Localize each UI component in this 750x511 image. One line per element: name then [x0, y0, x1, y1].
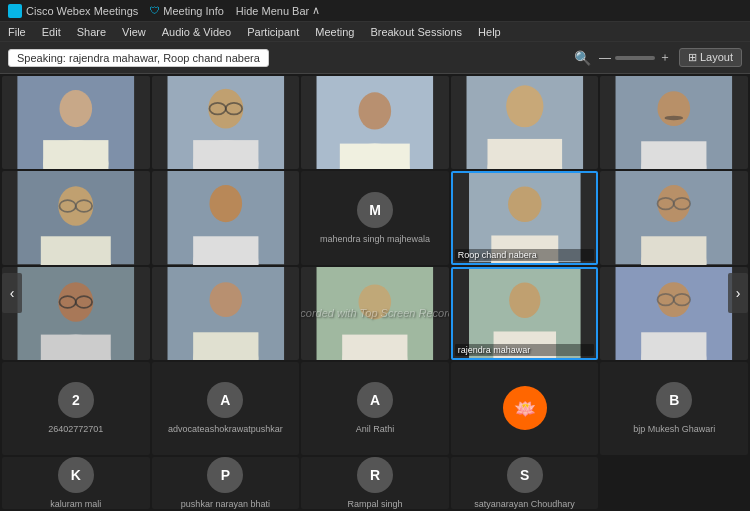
svg-rect-8 [193, 140, 258, 169]
menu-breakout[interactable]: Breakout Sessions [370, 26, 462, 38]
svg-point-16 [506, 85, 543, 127]
avatar-pushkar: P [207, 457, 243, 493]
label-pushkar: pushkar narayan bhati [177, 499, 274, 509]
video-cell-bjp-logo[interactable]: 🪷 [451, 362, 599, 455]
menu-edit[interactable]: Edit [42, 26, 61, 38]
avatar-26402: 2 [58, 382, 94, 418]
svg-point-12 [359, 92, 392, 129]
title-bar: Cisco Webex Meetings 🛡 Meeting Info Hide… [0, 0, 750, 22]
label-rampal: Rampal singh [343, 499, 406, 509]
svg-rect-58 [342, 334, 407, 360]
label-roop: Roop chand nabera [455, 249, 595, 261]
zoom-slider[interactable] [615, 56, 655, 60]
video-cell-10[interactable] [600, 171, 748, 264]
svg-point-20 [658, 91, 691, 126]
avatar-anil: A [357, 382, 393, 418]
search-button[interactable]: 🔍 [574, 50, 591, 66]
svg-rect-42 [642, 237, 707, 265]
video-cell-12[interactable] [152, 267, 300, 360]
video-cell-15[interactable] [600, 267, 748, 360]
avatar-advocate: A [207, 382, 243, 418]
label-satyanarayan: satyanarayan Choudhary [470, 499, 579, 509]
label-bjp-mukesh: bjp Mukesh Ghawari [629, 424, 719, 434]
speaking-name: rajendra mahawar, Roop chand nabera [69, 52, 260, 64]
avatar-kaluram: K [58, 457, 94, 493]
menu-audio-video[interactable]: Audio & Video [162, 26, 232, 38]
video-cell-bjp-mukesh[interactable]: B bjp Mukesh Ghawari [600, 362, 748, 455]
svg-rect-4 [43, 140, 108, 169]
menu-file[interactable]: File [8, 26, 26, 38]
zoom-control: — ＋ [599, 49, 671, 66]
svg-point-52 [209, 282, 242, 317]
avatar-satyanarayan: S [507, 457, 543, 493]
shield-icon: 🛡 [150, 5, 160, 16]
video-cell-26402[interactable]: 2 26402772701 [2, 362, 150, 455]
video-cell-kaluram[interactable]: K kaluram mali [2, 457, 150, 509]
menu-help[interactable]: Help [478, 26, 501, 38]
label-kaluram: kaluram mali [46, 499, 105, 509]
video-cell-satyanarayan[interactable]: S satyanarayan Choudhary [451, 457, 599, 509]
svg-point-2 [59, 90, 92, 127]
speaking-label: Speaking: [17, 52, 66, 64]
svg-rect-18 [487, 139, 562, 169]
svg-rect-34 [193, 237, 258, 265]
video-cell-11[interactable] [2, 267, 150, 360]
avatar-bjp-mukesh: B [656, 382, 692, 418]
avatar-mahendra: M [357, 192, 393, 228]
video-cell-2[interactable] [152, 76, 300, 169]
svg-point-32 [209, 185, 242, 222]
label-mahendra: mahendra singh majhewala [316, 234, 434, 244]
video-cell-anil[interactable]: A Anil Rathi [301, 362, 449, 455]
meeting-info-btn[interactable]: 🛡 Meeting Info [150, 5, 224, 17]
menu-participant[interactable]: Participant [247, 26, 299, 38]
svg-rect-14 [340, 144, 410, 170]
video-cell-pushkar[interactable]: P pushkar narayan bhati [152, 457, 300, 509]
zoom-plus[interactable]: ＋ [659, 49, 671, 66]
avatar-rampal: R [357, 457, 393, 493]
video-cell-4[interactable] [451, 76, 599, 169]
svg-point-23 [665, 116, 684, 121]
nav-left-button[interactable]: ‹ [2, 273, 22, 313]
video-cell-1[interactable] [2, 76, 150, 169]
label-26402: 26402772701 [44, 424, 107, 434]
video-cell-advocate[interactable]: A advocateashokrawatpushkar [152, 362, 300, 455]
svg-point-56 [359, 284, 392, 319]
menu-view[interactable]: View [122, 26, 146, 38]
video-cell-mahendra[interactable]: M mahendra singh majhewala [301, 171, 449, 264]
svg-rect-22 [642, 141, 707, 169]
toolbar-right: 🔍 — ＋ ⊞ Layout [574, 48, 742, 67]
svg-text:🪷: 🪷 [514, 398, 537, 420]
video-cell-rajendra[interactable]: rajendra mahawar [451, 267, 599, 360]
video-cell-3[interactable] [301, 76, 449, 169]
bjp-logo: 🪷 [503, 386, 547, 430]
label-rajendra: rajendra mahawar [455, 344, 595, 356]
video-cell-rampal[interactable]: R Rampal singh [301, 457, 449, 509]
hide-menu-btn[interactable]: Hide Menu Bar ∧ [236, 4, 320, 17]
svg-point-36 [508, 187, 541, 223]
video-cell-5[interactable] [600, 76, 748, 169]
zoom-minus[interactable]: — [599, 51, 611, 65]
nav-right-button[interactable]: › [728, 273, 748, 313]
label-anil: Anil Rathi [352, 424, 399, 434]
svg-point-60 [509, 282, 540, 318]
webex-icon [8, 4, 22, 18]
app-title: Cisco Webex Meetings [8, 4, 138, 18]
video-cell-7[interactable] [152, 171, 300, 264]
menu-meeting[interactable]: Meeting [315, 26, 354, 38]
video-grid: ‹ › [0, 74, 750, 511]
svg-rect-66 [642, 332, 707, 360]
svg-rect-54 [193, 332, 258, 360]
video-cell-13-area: Recorded with Top Screen Recorder [301, 267, 449, 360]
video-cell-6[interactable] [2, 171, 150, 264]
video-cell-roop[interactable]: Roop chand nabera [451, 171, 599, 264]
menu-bar: File Edit Share View Audio & Video Parti… [0, 22, 750, 42]
svg-rect-27 [41, 237, 111, 265]
toolbar: Speaking: rajendra mahawar, Roop chand n… [0, 42, 750, 74]
menu-share[interactable]: Share [77, 26, 106, 38]
svg-rect-48 [41, 334, 111, 360]
layout-button[interactable]: ⊞ Layout [679, 48, 742, 67]
speaking-badge: Speaking: rajendra mahawar, Roop chand n… [8, 49, 269, 67]
label-advocate: advocateashokrawatpushkar [164, 424, 287, 434]
